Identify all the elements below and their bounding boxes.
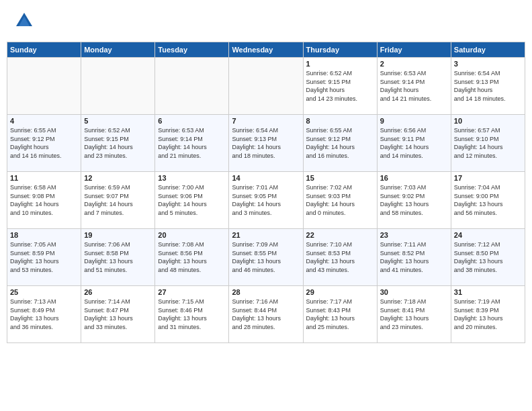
day-number: 28 [232,288,300,296]
day-number: 23 [380,231,448,239]
calendar-cell [7,58,81,115]
day-info: Sunrise: 7:19 AMSunset: 8:39 PMDaylight:… [454,298,522,331]
calendar-cell: 3 Sunrise: 6:54 AM Sunset: 9:13 PM Dayli… [451,58,525,115]
calendar-cell: 28 Sunrise: 7:16 AMSunset: 8:44 PMDaylig… [229,286,303,343]
calendar-cell [81,58,155,115]
calendar-cell: 16 Sunrise: 7:03 AMSunset: 9:02 PMDaylig… [377,172,451,229]
day-number: 12 [84,174,152,182]
day-number: 11 [10,174,78,182]
day-number: 9 [380,117,448,125]
day-info: Sunrise: 6:58 AMSunset: 9:08 PMDaylight:… [10,183,78,217]
day-info: Sunrise: 7:17 AMSunset: 8:43 PMDaylight:… [306,298,374,331]
day-info: Sunrise: 7:14 AMSunset: 8:47 PMDaylight:… [84,298,152,331]
calendar-cell: 27 Sunrise: 7:15 AMSunset: 8:46 PMDaylig… [155,286,229,343]
day-info: Sunrise: 7:04 AMSunset: 9:00 PMDaylight:… [454,183,522,217]
day-number: 2 [380,60,448,68]
calendar-week-row: 18 Sunrise: 7:05 AMSunset: 8:59 PMDaylig… [7,229,525,286]
day-number: 7 [232,117,300,125]
day-info: Sunrise: 7:05 AMSunset: 8:59 PMDaylight:… [10,240,78,274]
day-info: Sunrise: 7:08 AMSunset: 8:56 PMDaylight:… [158,240,226,274]
day-info: Sunrise: 6:55 AMSunset: 9:12 PMDaylight:… [306,126,374,160]
day-info: Sunrise: 7:00 AMSunset: 9:06 PMDaylight:… [158,183,226,217]
calendar-cell: 10 Sunrise: 6:57 AMSunset: 9:10 PMDaylig… [451,115,525,172]
calendar-cell [155,58,229,115]
day-number: 14 [232,174,300,182]
day-number: 3 [454,60,522,68]
day-info: Sunrise: 7:10 AMSunset: 8:53 PMDaylight:… [306,240,374,274]
day-number: 5 [84,117,152,125]
day-info: Sunrise: 6:52 AM Sunset: 9:15 PM Dayligh… [306,69,374,103]
weekday-header-row: SundayMondayTuesdayWednesdayThursdayFrid… [7,42,525,58]
day-number: 25 [10,288,78,296]
day-number: 29 [306,288,374,296]
day-number: 17 [454,174,522,182]
day-info: Sunrise: 6:52 AMSunset: 9:15 PMDaylight:… [84,126,152,160]
page-header [7,7,525,35]
calendar-week-row: 25 Sunrise: 7:13 AMSunset: 8:49 PMDaylig… [7,286,525,343]
logo-icon [13,10,35,32]
logo [13,10,38,32]
calendar-cell: 8 Sunrise: 6:55 AMSunset: 9:12 PMDayligh… [303,115,377,172]
weekday-header: Friday [377,42,451,58]
calendar-cell: 30 Sunrise: 7:18 AMSunset: 8:41 PMDaylig… [377,286,451,343]
calendar-cell: 23 Sunrise: 7:11 AMSunset: 8:52 PMDaylig… [377,229,451,286]
calendar-cell: 15 Sunrise: 7:02 AMSunset: 9:03 PMDaylig… [303,172,377,229]
day-info: Sunrise: 6:53 AM Sunset: 9:14 PM Dayligh… [380,69,448,103]
calendar-cell [229,58,303,115]
day-info: Sunrise: 6:54 AMSunset: 9:13 PMDaylight:… [232,126,300,160]
day-info: Sunrise: 6:56 AMSunset: 9:11 PMDaylight:… [380,126,448,160]
calendar-cell: 19 Sunrise: 7:06 AMSunset: 8:58 PMDaylig… [81,229,155,286]
weekday-header: Tuesday [155,42,229,58]
day-number: 24 [454,231,522,239]
calendar-cell: 24 Sunrise: 7:12 AMSunset: 8:50 PMDaylig… [451,229,525,286]
calendar-cell: 11 Sunrise: 6:58 AMSunset: 9:08 PMDaylig… [7,172,81,229]
calendar-cell: 12 Sunrise: 6:59 AMSunset: 9:07 PMDaylig… [81,172,155,229]
day-info: Sunrise: 7:18 AMSunset: 8:41 PMDaylight:… [380,298,448,331]
calendar-cell: 9 Sunrise: 6:56 AMSunset: 9:11 PMDayligh… [377,115,451,172]
day-number: 19 [84,231,152,239]
day-number: 6 [158,117,226,125]
day-info: Sunrise: 7:11 AMSunset: 8:52 PMDaylight:… [380,240,448,274]
calendar-cell: 31 Sunrise: 7:19 AMSunset: 8:39 PMDaylig… [451,286,525,343]
day-info: Sunrise: 7:15 AMSunset: 8:46 PMDaylight:… [158,298,226,331]
calendar-cell: 4 Sunrise: 6:55 AM Sunset: 9:12 PM Dayli… [7,115,81,172]
calendar-cell: 2 Sunrise: 6:53 AM Sunset: 9:14 PM Dayli… [377,58,451,115]
calendar-cell: 17 Sunrise: 7:04 AMSunset: 9:00 PMDaylig… [451,172,525,229]
calendar-cell: 20 Sunrise: 7:08 AMSunset: 8:56 PMDaylig… [155,229,229,286]
day-number: 27 [158,288,226,296]
day-number: 16 [380,174,448,182]
day-number: 22 [306,231,374,239]
day-number: 15 [306,174,374,182]
day-info: Sunrise: 7:06 AMSunset: 8:58 PMDaylight:… [84,240,152,274]
calendar-cell: 5 Sunrise: 6:52 AMSunset: 9:15 PMDayligh… [81,115,155,172]
weekday-header: Saturday [451,42,525,58]
calendar-cell: 14 Sunrise: 7:01 AMSunset: 9:05 PMDaylig… [229,172,303,229]
day-number: 10 [454,117,522,125]
calendar-cell: 13 Sunrise: 7:00 AMSunset: 9:06 PMDaylig… [155,172,229,229]
day-number: 8 [306,117,374,125]
day-info: Sunrise: 7:03 AMSunset: 9:02 PMDaylight:… [380,183,448,217]
day-info: Sunrise: 7:01 AMSunset: 9:05 PMDaylight:… [232,183,300,217]
day-info: Sunrise: 7:12 AMSunset: 8:50 PMDaylight:… [454,240,522,274]
day-number: 26 [84,288,152,296]
day-number: 21 [232,231,300,239]
calendar-week-row: 11 Sunrise: 6:58 AMSunset: 9:08 PMDaylig… [7,172,525,229]
weekday-header: Monday [81,42,155,58]
day-number: 18 [10,231,78,239]
day-info: Sunrise: 6:54 AM Sunset: 9:13 PM Dayligh… [454,69,522,103]
weekday-header: Sunday [7,42,81,58]
calendar-cell: 26 Sunrise: 7:14 AMSunset: 8:47 PMDaylig… [81,286,155,343]
day-number: 4 [10,117,78,125]
day-number: 1 [306,60,374,68]
day-number: 30 [380,288,448,296]
calendar-cell: 6 Sunrise: 6:53 AMSunset: 9:14 PMDayligh… [155,115,229,172]
day-info: Sunrise: 7:13 AMSunset: 8:49 PMDaylight:… [10,298,78,331]
day-info: Sunrise: 6:55 AM Sunset: 9:12 PM Dayligh… [10,126,78,160]
calendar-cell: 18 Sunrise: 7:05 AMSunset: 8:59 PMDaylig… [7,229,81,286]
calendar-cell: 22 Sunrise: 7:10 AMSunset: 8:53 PMDaylig… [303,229,377,286]
calendar-week-row: 4 Sunrise: 6:55 AM Sunset: 9:12 PM Dayli… [7,115,525,172]
day-info: Sunrise: 7:09 AMSunset: 8:55 PMDaylight:… [232,240,300,274]
day-info: Sunrise: 6:57 AMSunset: 9:10 PMDaylight:… [454,126,522,160]
calendar-table: SundayMondayTuesdayWednesdayThursdayFrid… [7,42,525,343]
weekday-header: Thursday [303,42,377,58]
